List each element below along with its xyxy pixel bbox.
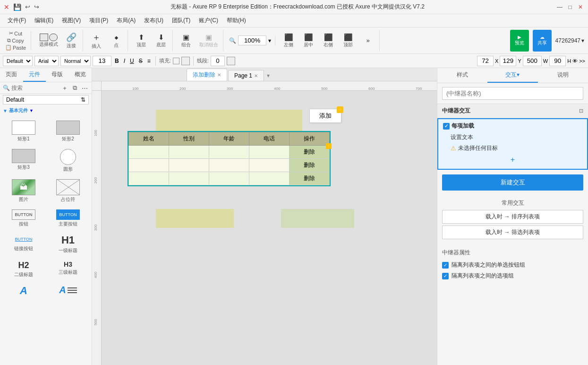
font-size-input[interactable] [93,56,111,66]
del-btn-1[interactable]: 删除 [304,148,315,155]
component-h2[interactable]: H2 二级标题 [3,259,44,280]
style-select[interactable]: Default [3,56,33,66]
fill-color-box[interactable] [181,57,190,65]
del-btn-3[interactable]: 删除 [304,175,315,182]
rp-tab-interaction[interactable]: 交互▾ [487,68,537,83]
del-btn-2[interactable]: 删除 [304,162,315,168]
interaction-section-expand[interactable]: ⊡ [579,108,583,114]
prop-option-cb[interactable]: ✓ [442,273,449,279]
insert-btn[interactable]: ＋ 插入 [87,30,106,52]
component-placeholder[interactable]: 占位符 [47,177,89,205]
font-select[interactable]: Arial [34,56,59,66]
top-layer-btn[interactable]: ⬆ 顶层 [132,30,151,52]
more-library-btn[interactable]: ⋯ [80,84,89,92]
save-icon[interactable]: 💾 [13,3,21,11]
search-input[interactable] [11,85,49,91]
action-set-text[interactable]: 设置文本 [443,132,582,143]
common-btn-sort[interactable]: 载入时 → 排序列表项 [442,210,583,224]
zoom-input[interactable] [238,35,266,45]
list-btn[interactable]: ≡ [146,58,152,64]
h-input[interactable] [549,56,566,66]
menu-team[interactable]: 团队(T) [168,16,194,26]
page-id-dropdown[interactable]: ▾ [581,37,584,44]
menu-edit[interactable]: 编辑(E) [31,16,57,26]
line-width-input[interactable] [211,56,225,66]
undo-icon[interactable]: ↩ [25,3,30,10]
component-h3[interactable]: H3 三级标题 [47,259,89,280]
rp-tab-note[interactable]: 说明 [538,68,588,83]
menu-account[interactable]: 账户(C) [195,16,222,26]
add-action-btn[interactable]: + [443,154,582,166]
component-image[interactable]: 🏔 图片 [3,177,44,205]
library-select[interactable]: Default ⇅ [3,95,89,104]
ungroup-btn[interactable]: ▣ 取消组合 [196,30,221,52]
component-rect2[interactable]: 矩形2 [47,119,89,144]
maximize-btn[interactable]: □ [566,3,574,11]
connect-btn[interactable]: 🔗 连接 [62,30,81,52]
menu-view[interactable]: 视图(V) [58,16,85,26]
italic-btn[interactable]: I [122,58,127,64]
component-h1[interactable]: H1 一级标题 [47,232,89,256]
bottom-layer-btn[interactable]: ⬇ 底层 [152,30,170,52]
component-text[interactable]: A [3,283,44,300]
paste-btn[interactable]: 📋 Paste [5,44,26,51]
close-tab-page1[interactable]: ✕ [254,73,258,78]
copy-library-btn[interactable]: ⧉ [70,84,79,92]
bold-btn[interactable]: B [113,58,120,64]
more-align-btn[interactable]: » [358,30,377,52]
add-library-btn[interactable]: + [60,84,69,92]
menu-file[interactable]: 文件(F) [4,16,30,26]
zoom-dropdown-icon[interactable]: ▾ [268,37,271,44]
relay-name-input[interactable] [442,87,583,100]
tab-outline[interactable]: 概览 [69,68,92,82]
fill-checkbox[interactable] [173,58,179,64]
underline-btn[interactable]: U [128,58,136,64]
redo-icon[interactable]: ↪ [34,3,39,10]
prop-radio-cb[interactable]: ✓ [442,262,449,269]
close-btn[interactable]: ✕ [577,3,584,11]
common-btn-filter[interactable]: 载入时 → 筛选列表项 [442,226,583,239]
tab-page1[interactable]: Page 1 ✕ [228,70,264,81]
menu-project[interactable]: 项目(P) [85,16,112,26]
group-btn[interactable]: ▣ 组合 [177,30,196,52]
tabs-dropdown-btn[interactable]: ▾ [267,72,270,79]
share-btn[interactable]: ☁ 共享 [533,30,552,52]
strikethrough-btn[interactable]: S [137,58,144,64]
align-top-btn[interactable]: ⬛ 顶部 [339,30,358,52]
cut-btn[interactable]: ✂ Cut [9,30,22,36]
align-right-btn[interactable]: ⬛ 右侧 [319,30,338,52]
component-circle[interactable]: 圆形 [47,147,89,174]
x-input[interactable] [477,56,494,66]
close-tab-add-delete[interactable]: ✕ [217,72,221,78]
minimize-btn[interactable]: — [556,3,563,11]
menu-publish[interactable]: 发布(U) [140,16,167,26]
component-text-lines[interactable]: A [47,283,89,300]
menu-help[interactable]: 帮助(H) [223,16,250,26]
tab-pages[interactable]: 页面 [0,68,23,82]
w-input[interactable] [523,56,542,66]
weight-select[interactable]: Normal [60,56,91,66]
select-mode-btn[interactable]: 选择模式 [36,30,61,52]
menu-layout[interactable]: 布局(A) [113,16,139,26]
add-btn[interactable]: 添加 ⚡ [309,109,341,123]
component-primary-button[interactable]: BUTTON 主要按钮 [47,208,89,229]
rp-tab-style[interactable]: 样式 [437,68,487,83]
tab-add-delete[interactable]: 添加删除 ✕ [187,69,227,81]
more-format-icon[interactable]: >> [579,58,585,64]
visibility-icon[interactable]: 👁 [572,58,578,64]
component-link-button[interactable]: BUTTON 链接按钮 [3,232,44,256]
line-color-box[interactable] [227,57,235,65]
align-center-btn[interactable]: ⬛ 居中 [299,30,318,52]
tab-components[interactable]: 元件 [23,68,46,82]
component-button[interactable]: BUTTON 按钮 [3,208,44,229]
copy-btn[interactable]: ⧉ Copy [7,37,24,43]
point-btn[interactable]: ⬥ 点 [107,30,126,52]
event-checkbox[interactable]: ✓ [443,123,450,130]
tab-masters[interactable]: 母版 [46,68,69,82]
component-rect1[interactable]: 矩形1 [3,119,44,144]
align-left-btn[interactable]: ⬛ 左侧 [279,30,298,52]
preview-btn[interactable]: ▶ 预览 [510,30,529,52]
y-input[interactable] [500,56,516,66]
component-rect3[interactable]: 矩形3 [3,147,44,174]
new-interaction-btn[interactable]: 新建交互 [442,174,583,191]
